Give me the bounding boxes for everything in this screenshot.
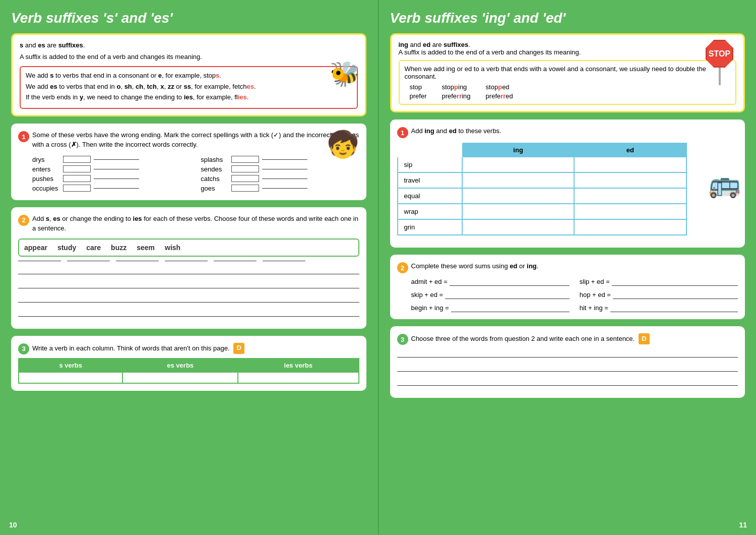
q1-num: 1 [18, 131, 29, 142]
ed-travel[interactable] [574, 172, 686, 188]
right-q1-box: 1 Add ing and ed to these verbs. 🚌 ing e… [390, 120, 745, 248]
col-s: s verbs [19, 359, 122, 372]
checkbox-catchs[interactable] [231, 175, 259, 182]
ed-grin[interactable] [574, 219, 686, 235]
sum-ans-hop[interactable] [613, 290, 738, 299]
ans-enters[interactable] [94, 169, 139, 169]
word-study: study [57, 244, 76, 252]
ed-stopped: stopped [486, 83, 513, 91]
checkbox-splashs[interactable] [231, 156, 259, 163]
word-buzz: buzz [111, 244, 127, 252]
suffixes-bold: suffixes [58, 41, 83, 49]
ans-buzz[interactable] [165, 261, 208, 261]
cell-es[interactable] [122, 372, 238, 383]
verb-wrap: wrap [398, 204, 462, 219]
ans-wish[interactable] [263, 261, 305, 261]
q1-text: Some of these verbs have the wrong endin… [32, 131, 359, 150]
word-sums: admit + ed = slip + ed = skip + ed = hop… [411, 277, 738, 312]
right-sent-1[interactable] [397, 348, 738, 358]
item-occupies: occupies [32, 184, 191, 193]
left-info-box: 🐝 s and es are suffixes. A suffix is add… [11, 33, 366, 116]
verb-equal: equal [398, 188, 462, 204]
checkbox-enters[interactable] [63, 165, 91, 172]
ed-sip[interactable] [574, 157, 686, 172]
right-sent-2[interactable] [397, 363, 738, 372]
sent-line-1[interactable] [18, 265, 359, 274]
ing-wrap[interactable] [462, 204, 574, 219]
sent-line-3[interactable] [18, 293, 359, 303]
ex-items-left: drys enters pushes occupies [32, 155, 191, 193]
word-seem: seem [137, 244, 155, 252]
left-title: Verb suffixes 's' and 'es' [11, 10, 366, 26]
word-drys: drys [32, 156, 60, 163]
item-drys: drys [32, 155, 191, 164]
q2-row: 2 Add s, es or change the ending to ies … [18, 214, 359, 233]
ex-items-right: splashs sendes catchs goes [201, 155, 359, 193]
right-info-box: STOP ing and ed are suffixes. A suffix i… [390, 33, 745, 112]
word-goes: goes [201, 185, 228, 192]
q1-row: 1 Some of these verbs have the wrong end… [18, 131, 359, 150]
checkbox-sendes[interactable] [231, 165, 259, 172]
sum-ans-admit[interactable] [450, 277, 570, 286]
d-badge-left: D [233, 343, 244, 354]
rule1: We add s to verbs that end in a consonan… [26, 71, 352, 81]
checkbox-goes[interactable] [231, 185, 259, 192]
ing-grin[interactable] [462, 219, 574, 235]
ed-wrap[interactable] [574, 204, 686, 219]
q2-num: 2 [18, 215, 29, 226]
sum-ans-skip[interactable] [445, 290, 570, 299]
word-occupies: occupies [32, 185, 60, 192]
ans-catchs[interactable] [262, 179, 307, 179]
checkbox-pushes[interactable] [63, 175, 91, 182]
ans-drys[interactable] [94, 159, 139, 160]
ans-care[interactable] [116, 261, 159, 261]
page-num-left: 10 [9, 521, 17, 529]
ans-study[interactable] [67, 261, 110, 261]
rule2: We add es to verbs that end in o, sh, ch… [26, 82, 352, 92]
sum-ans-begin[interactable] [451, 303, 570, 312]
sum-ans-hit[interactable] [610, 303, 738, 312]
checkbox-drys[interactable] [63, 156, 91, 163]
sent-line-2[interactable] [18, 279, 359, 288]
ans-goes[interactable] [262, 188, 307, 189]
ing-travel[interactable] [462, 172, 574, 188]
verb-travel: travel [398, 172, 462, 188]
sum-ans-slip[interactable] [612, 277, 738, 286]
sum-label-begin: begin + ing = [411, 304, 449, 312]
ans-sendes[interactable] [262, 169, 307, 169]
ed-equal[interactable] [574, 188, 686, 204]
checkbox-occupies[interactable] [63, 185, 91, 192]
kid-icon: 🧒 [327, 129, 359, 160]
ing-equal[interactable] [462, 188, 574, 204]
sum-label-slip: slip + ed = [580, 278, 610, 285]
right-sentence-lines [397, 348, 738, 386]
row-grin: grin [398, 219, 686, 235]
col-ing-header: ing [462, 143, 574, 157]
ing-preferring: preferring [442, 92, 470, 100]
info-line2: A suffix is added to the end of a verb a… [20, 52, 358, 62]
col-ed: stopped preferred [486, 83, 513, 100]
exercise-grid: drys enters pushes occupies [32, 155, 359, 193]
cell-ies[interactable] [238, 372, 359, 383]
word-box: appear study care buzz seem wish [18, 239, 359, 257]
ans-splashs[interactable] [262, 159, 307, 160]
es-bold: es [38, 41, 45, 49]
ans-occupies[interactable] [94, 188, 139, 189]
ans-pushes[interactable] [94, 179, 139, 179]
ans-seem[interactable] [214, 261, 257, 261]
sent-line-4[interactable] [18, 308, 359, 317]
right-inner-box: When we add ing or ed to a verb that end… [399, 60, 737, 105]
sum-hit: hit + ing = [580, 303, 738, 312]
q2-box: 2 Add s, es or change the ending to ies … [11, 207, 366, 329]
s-bold: s [20, 41, 23, 49]
right-sent-3[interactable] [397, 377, 738, 386]
left-page: Verb suffixes 's' and 'es' 🐝 s and es ar… [0, 0, 379, 535]
example-words: stop prefer stopping preferring stopped … [410, 83, 731, 100]
ing-sip[interactable] [462, 157, 574, 172]
word-enters: enters [32, 165, 60, 173]
col-ies: ies verbs [238, 359, 359, 372]
right-q2-box: 2 Complete these word sums using ed or i… [390, 255, 745, 319]
ans-appear[interactable] [18, 261, 61, 261]
cell-s[interactable] [19, 372, 122, 383]
right-q3-box: 3 Choose three of the words from questio… [390, 326, 745, 398]
